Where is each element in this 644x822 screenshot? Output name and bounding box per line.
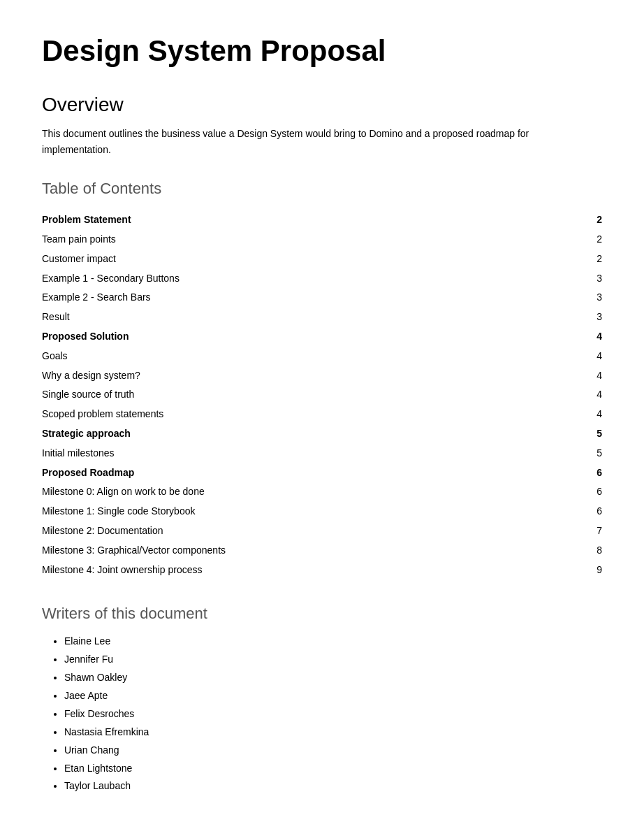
toc-entry-label: Customer impact (42, 250, 546, 269)
toc-entry-label: Single source of truth (42, 385, 546, 405)
toc-row: Milestone 0: Align on work to be done6 (42, 482, 602, 502)
toc-row: Milestone 1: Single code Storybook6 (42, 502, 602, 521)
toc-entry-page: 7 (546, 521, 602, 541)
toc-entry-page: 9 (546, 561, 602, 580)
toc-row: Single source of truth4 (42, 385, 602, 405)
toc-row: Strategic approach5 (42, 424, 602, 444)
toc-entry-label: Problem Statement (42, 210, 546, 230)
toc-entry-label: Result (42, 308, 546, 327)
writer-name: Jaee Apte (64, 687, 602, 705)
toc-entry-label: Goals (42, 347, 546, 366)
overview-text: This document outlines the business valu… (42, 126, 587, 157)
toc-entry-page: 3 (546, 269, 602, 289)
toc-row: Goals4 (42, 347, 602, 366)
writer-name: Taylor Laubach (64, 777, 602, 795)
overview-heading: Overview (42, 94, 602, 116)
toc-heading: Table of Contents (42, 180, 602, 198)
toc-entry-label: Milestone 0: Align on work to be done (42, 482, 546, 502)
toc-row: Initial milestones5 (42, 444, 602, 463)
toc-entry-label: Proposed Solution (42, 327, 546, 347)
toc-row: Milestone 4: Joint ownership process9 (42, 561, 602, 580)
toc-entry-page: 2 (546, 230, 602, 250)
writers-heading: Writers of this document (42, 605, 602, 623)
toc-entry-label: Why a design system? (42, 366, 546, 386)
toc-entry-label: Milestone 2: Documentation (42, 521, 546, 541)
toc-entry-page: 6 (546, 502, 602, 521)
toc-entry-label: Milestone 4: Joint ownership process (42, 561, 546, 580)
toc-entry-label: Scoped problem statements (42, 405, 546, 424)
writer-name: Felix Desroches (64, 705, 602, 723)
toc-row: Milestone 3: Graphical/Vector components… (42, 541, 602, 561)
toc-entry-page: 6 (546, 482, 602, 502)
document-title: Design System Proposal (42, 34, 602, 68)
writer-name: Urian Chang (64, 742, 602, 760)
toc-row: Result3 (42, 308, 602, 327)
writer-name: Elaine Lee (64, 633, 602, 651)
toc-entry-page: 2 (546, 250, 602, 269)
toc-entry-label: Milestone 3: Graphical/Vector components (42, 541, 546, 561)
toc-row: Proposed Roadmap6 (42, 463, 602, 483)
toc-row: Scoped problem statements4 (42, 405, 602, 424)
writer-name: Shawn Oakley (64, 669, 602, 687)
toc-entry-page: 4 (546, 385, 602, 405)
toc-entry-label: Proposed Roadmap (42, 463, 546, 483)
writers-list: Elaine LeeJennifer FuShawn OakleyJaee Ap… (42, 633, 602, 795)
writers-section: Writers of this document Elaine LeeJenni… (42, 605, 602, 795)
toc-row: Example 1 - Secondary Buttons3 (42, 269, 602, 289)
toc-entry-page: 3 (546, 288, 602, 308)
writer-name: Etan Lightstone (64, 760, 602, 778)
toc-entry-page: 5 (546, 444, 602, 463)
toc-entry-page: 6 (546, 463, 602, 483)
toc-row: Proposed Solution4 (42, 327, 602, 347)
toc-entry-page: 8 (546, 541, 602, 561)
toc-row: Milestone 2: Documentation7 (42, 521, 602, 541)
toc-entry-label: Milestone 1: Single code Storybook (42, 502, 546, 521)
toc-entry-page: 5 (546, 424, 602, 444)
toc-entry-label: Team pain points (42, 230, 546, 250)
toc-row: Example 2 - Search Bars3 (42, 288, 602, 308)
toc-row: Why a design system?4 (42, 366, 602, 386)
toc-entry-page: 4 (546, 405, 602, 424)
writer-name: Nastasia Efremkina (64, 723, 602, 742)
toc-entry-page: 4 (546, 347, 602, 366)
toc-entry-page: 4 (546, 327, 602, 347)
toc-entry-page: 2 (546, 210, 602, 230)
toc-entry-label: Strategic approach (42, 424, 546, 444)
toc-entry-page: 4 (546, 366, 602, 386)
toc-entry-label: Initial milestones (42, 444, 546, 463)
table-of-contents: Problem Statement2Team pain points2Custo… (42, 210, 602, 579)
toc-row: Team pain points2 (42, 230, 602, 250)
toc-row: Customer impact2 (42, 250, 602, 269)
toc-entry-page: 3 (546, 308, 602, 327)
toc-entry-label: Example 2 - Search Bars (42, 288, 546, 308)
writer-name: Jennifer Fu (64, 651, 602, 669)
toc-row: Problem Statement2 (42, 210, 602, 230)
toc-entry-label: Example 1 - Secondary Buttons (42, 269, 546, 289)
